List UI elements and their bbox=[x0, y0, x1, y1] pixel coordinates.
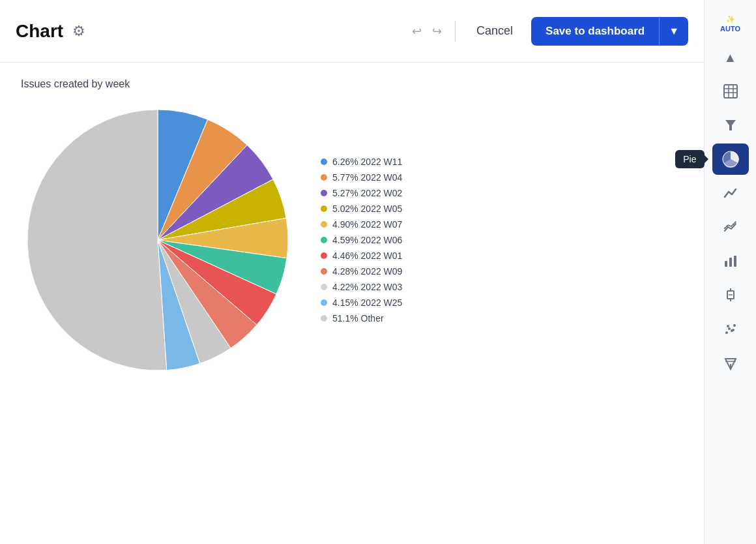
svg-rect-0 bbox=[724, 85, 737, 98]
legend-dot bbox=[321, 159, 327, 165]
toolbar: Chart ⚙ ↩ ↪ Cancel Save to dashboard ▼ bbox=[0, 0, 704, 63]
filter-icon bbox=[723, 117, 738, 133]
legend-item: 4.15% 2022 W25 bbox=[321, 297, 402, 308]
legend-item: 4.28% 2022 W09 bbox=[321, 266, 402, 277]
legend-label: 6.26% 2022 W11 bbox=[332, 157, 402, 167]
legend-label: 4.28% 2022 W09 bbox=[332, 266, 402, 277]
legend-label: 4.90% 2022 W07 bbox=[332, 219, 402, 230]
sidebar-item-scatter[interactable] bbox=[712, 313, 749, 344]
redo-button[interactable]: ↪ bbox=[429, 22, 444, 41]
svg-point-15 bbox=[728, 327, 731, 330]
svg-marker-5 bbox=[725, 120, 736, 130]
line-chart-icon bbox=[723, 185, 738, 201]
bar-chart-icon bbox=[723, 253, 738, 269]
legend-dot bbox=[321, 190, 327, 196]
legend-dot bbox=[321, 205, 327, 212]
legend-dot bbox=[321, 252, 327, 259]
pie-slice[interactable] bbox=[27, 110, 167, 370]
legend-dot bbox=[321, 268, 327, 275]
svg-rect-9 bbox=[734, 256, 736, 267]
settings-icon[interactable]: ⚙ bbox=[72, 23, 85, 40]
scatter-chart-icon bbox=[723, 321, 738, 337]
svg-point-17 bbox=[733, 324, 736, 327]
legend-dot bbox=[321, 284, 327, 290]
chart-inner: Issues created by week 6.26% 2022 W115.7… bbox=[21, 78, 683, 528]
pie-icon bbox=[721, 150, 740, 168]
table-icon bbox=[723, 83, 738, 99]
legend-label: 5.02% 2022 W05 bbox=[332, 204, 402, 214]
pie-svg bbox=[21, 103, 295, 377]
chart-area: Issues created by week 6.26% 2022 W115.7… bbox=[0, 63, 704, 544]
legend-item: 5.77% 2022 W04 bbox=[321, 172, 402, 183]
sidebar-item-table[interactable] bbox=[712, 76, 749, 107]
legend-label: 5.77% 2022 W04 bbox=[332, 172, 402, 183]
multiline-chart-icon bbox=[723, 219, 738, 235]
pie-chart bbox=[21, 103, 295, 377]
save-to-dashboard-button[interactable]: Save to dashboard bbox=[531, 17, 659, 46]
legend-dot bbox=[321, 237, 327, 243]
legend-label: 4.59% 2022 W06 bbox=[332, 235, 402, 245]
legend-label: 4.15% 2022 W25 bbox=[332, 297, 402, 308]
legend-item: 4.22% 2022 W03 bbox=[321, 282, 402, 292]
sidebar-item-box[interactable] bbox=[712, 279, 749, 310]
sidebar-item-auto[interactable]: ✨ AUTO bbox=[712, 8, 749, 39]
legend-label: 4.46% 2022 W01 bbox=[332, 250, 402, 261]
auto-label-text: AUTO bbox=[720, 25, 740, 33]
page-title: Chart bbox=[16, 21, 63, 42]
legend-item: 4.46% 2022 W01 bbox=[321, 250, 402, 261]
funnel-icon bbox=[723, 355, 738, 370]
undo-button[interactable]: ↩ bbox=[409, 22, 424, 41]
sidebar-item-multiline[interactable] bbox=[712, 211, 749, 243]
box-chart-icon bbox=[723, 287, 738, 303]
save-dropdown-button[interactable]: ▼ bbox=[659, 17, 688, 46]
sidebar-item-bar[interactable] bbox=[712, 245, 749, 277]
up-arrow-icon: ▲ bbox=[724, 50, 737, 65]
sidebar-item-line[interactable] bbox=[712, 177, 749, 209]
legend-dot bbox=[321, 315, 327, 322]
chart-legend: 6.26% 2022 W115.77% 2022 W045.27% 2022 W… bbox=[321, 157, 402, 324]
legend-item: 4.90% 2022 W07 bbox=[321, 219, 402, 230]
legend-dot bbox=[321, 299, 327, 306]
save-button-group: Save to dashboard ▼ bbox=[531, 17, 688, 46]
legend-label: 51.1% Other bbox=[332, 313, 384, 324]
svg-point-14 bbox=[725, 331, 728, 334]
title-area: Chart ⚙ bbox=[16, 21, 399, 42]
legend-item: 5.27% 2022 W02 bbox=[321, 188, 402, 198]
cancel-button[interactable]: Cancel bbox=[466, 19, 523, 43]
toolbar-divider bbox=[455, 21, 456, 42]
legend-item: 4.59% 2022 W06 bbox=[321, 235, 402, 245]
sidebar-item-funnel[interactable] bbox=[712, 347, 749, 378]
sidebar-item-filter[interactable] bbox=[712, 110, 749, 141]
undo-redo-group: ↩ ↪ bbox=[409, 22, 444, 41]
legend-dot bbox=[321, 221, 327, 228]
legend-dot bbox=[321, 174, 327, 181]
svg-point-18 bbox=[727, 325, 729, 327]
legend-item: 51.1% Other bbox=[321, 313, 402, 324]
right-sidebar: ✨ AUTO ▲ Pie bbox=[704, 0, 756, 544]
legend-label: 5.27% 2022 W02 bbox=[332, 188, 402, 198]
legend-label: 4.22% 2022 W03 bbox=[332, 282, 402, 292]
chart-subtitle: Issues created by week bbox=[21, 78, 683, 90]
svg-rect-7 bbox=[725, 261, 727, 267]
sidebar-item-pie[interactable]: Pie bbox=[712, 144, 749, 175]
sidebar-item-up[interactable]: ▲ bbox=[712, 42, 749, 73]
legend-item: 5.02% 2022 W05 bbox=[321, 204, 402, 214]
legend-item: 6.26% 2022 W11 bbox=[321, 157, 402, 167]
svg-rect-8 bbox=[729, 258, 732, 267]
toolbar-actions: ↩ ↪ Cancel Save to dashboard ▼ bbox=[409, 17, 688, 46]
auto-sparkle-icon: ✨ bbox=[726, 15, 735, 23]
svg-point-19 bbox=[732, 329, 734, 331]
chart-and-legend: 6.26% 2022 W115.77% 2022 W045.27% 2022 W… bbox=[21, 103, 683, 377]
